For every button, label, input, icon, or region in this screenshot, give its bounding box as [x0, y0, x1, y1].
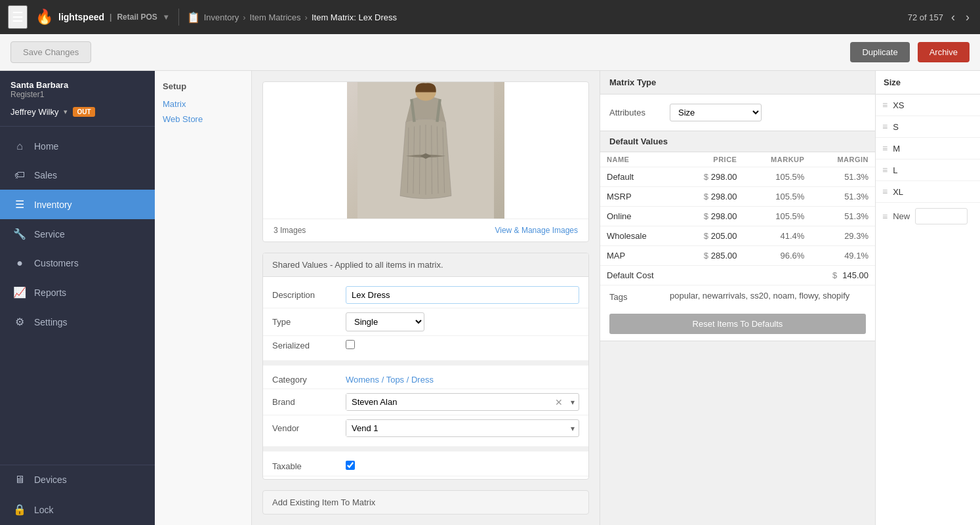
- size-new-handle: ≡: [882, 211, 888, 222]
- save-changes-button[interactable]: Save Changes: [10, 41, 91, 63]
- brand-input[interactable]: [346, 394, 551, 410]
- size-label: XL: [893, 187, 903, 197]
- add-item-header: Add Existing Item To Matrix: [263, 491, 588, 514]
- description-input[interactable]: [346, 286, 579, 304]
- size-label: S: [893, 122, 899, 132]
- breadcrumb-inventory[interactable]: Inventory: [204, 12, 239, 22]
- vendor-chevron-icon[interactable]: ▾: [567, 424, 579, 433]
- customers-icon: ●: [13, 257, 26, 269]
- breadcrumb-item-matrices[interactable]: Item Matrices: [250, 12, 301, 22]
- brand-input-wrapper: ✕ ▾: [346, 393, 579, 411]
- logo-area: 🔥 lightspeed | Retail POS ▾: [35, 9, 179, 26]
- separator: [263, 360, 588, 366]
- size-header: Size: [876, 71, 980, 94]
- size-new-label: New: [893, 211, 910, 221]
- serialized-row: Serialized: [263, 336, 588, 355]
- size-item[interactable]: ≡ XL: [876, 181, 980, 203]
- sidebar-bottom: 🖥 Devices 🔒 Lock: [0, 465, 155, 525]
- sidebar-item-label: Inventory: [34, 200, 72, 210]
- inventory-icon: ☰: [13, 198, 26, 211]
- vendor-input[interactable]: [346, 420, 567, 436]
- right-area: Matrix Type Attributes Size Color Size &…: [600, 71, 875, 525]
- brand-row: Brand ✕ ▾: [263, 389, 588, 415]
- serialized-label: Serialized: [272, 341, 338, 350]
- size-handle-icon: ≡: [882, 143, 888, 154]
- sidebar-item-service[interactable]: 🔧 Service: [0, 219, 155, 249]
- brand-chevron-icon[interactable]: ▾: [567, 398, 579, 407]
- tags-label: Tags: [609, 291, 662, 302]
- category-link[interactable]: Womens / Tops / Dress: [346, 375, 434, 385]
- lock-label: Lock: [34, 505, 54, 515]
- setup-panel: Setup Matrix Web Store: [155, 71, 252, 525]
- col-margin: MARGIN: [811, 152, 875, 167]
- duplicate-button[interactable]: Duplicate: [850, 42, 909, 62]
- hamburger-button[interactable]: ☰: [8, 5, 28, 29]
- reports-icon: 📈: [13, 286, 26, 299]
- size-item[interactable]: ≡ XS: [876, 94, 980, 116]
- sidebar-item-label: Reports: [34, 287, 66, 298]
- setup-link-matrix[interactable]: Matrix: [163, 99, 243, 109]
- archive-button[interactable]: Archive: [918, 42, 970, 62]
- logo-dropdown-icon[interactable]: ▾: [164, 12, 168, 22]
- col-price: PRICE: [677, 152, 744, 167]
- user-row: Jeffrey Wilky ▾ OUT: [10, 107, 144, 117]
- size-new-input[interactable]: [915, 208, 968, 224]
- nav-items: ⌂ Home 🏷 Sales ☰ Inventory 🔧 Service ● C…: [0, 127, 155, 465]
- reset-items-button[interactable]: Reset Items To Defaults: [609, 314, 866, 334]
- taxable-label: Taxable: [272, 461, 338, 471]
- lock-button[interactable]: 🔒 Lock: [0, 494, 155, 525]
- manage-images-link[interactable]: View & Manage Images: [495, 226, 578, 235]
- attributes-row: Attributes Size Color Size & Color: [609, 101, 866, 124]
- serialized-checkbox[interactable]: [346, 340, 355, 349]
- table-row: MAP $ 285.00 96.6% 49.1%: [600, 246, 875, 266]
- size-handle-icon: ≡: [882, 121, 888, 132]
- product-image[interactable]: [347, 82, 504, 219]
- center-area: 3 Images View & Manage Images Shared Val…: [252, 71, 600, 525]
- sidebar-item-inventory[interactable]: ☰ Inventory: [0, 190, 155, 219]
- size-new-row: ≡ New: [876, 203, 980, 230]
- sidebar-item-reports[interactable]: 📈 Reports: [0, 278, 155, 307]
- tags-value: popular, newarrivals, ss20, noam, flowy,…: [670, 291, 849, 301]
- sidebar-item-label: Sales: [34, 170, 57, 180]
- sidebar-item-label: Devices: [34, 474, 67, 485]
- setup-link-webstore[interactable]: Web Store: [163, 114, 243, 124]
- sidebar-item-sales[interactable]: 🏷 Sales: [0, 161, 155, 190]
- size-item[interactable]: ≡ M: [876, 138, 980, 159]
- pagination-label: 72 of 157: [908, 12, 943, 22]
- setup-title: Setup: [163, 81, 243, 91]
- brand-clear-icon[interactable]: ✕: [551, 397, 567, 408]
- logo-icon: 🔥: [35, 9, 53, 26]
- size-item[interactable]: ≡ S: [876, 116, 980, 138]
- add-existing-item-section: Add Existing Item To Matrix: [262, 490, 589, 514]
- image-footer: 3 Images View & Manage Images: [263, 219, 588, 242]
- tax-form: Taxable Tax Class Item Non-Taxable: [263, 452, 588, 480]
- sidebar-item-devices[interactable]: 🖥 Devices: [0, 465, 155, 494]
- sidebar-item-customers[interactable]: ● Customers: [0, 249, 155, 278]
- size-item[interactable]: ≡ L: [876, 159, 980, 181]
- table-row: Default $ 298.00 105.5% 51.3%: [600, 167, 875, 187]
- col-name: NAME: [600, 152, 677, 167]
- default-values-table: NAME PRICE MARKUP MARGIN Default $ 298.0…: [600, 152, 875, 265]
- user-status-badge: OUT: [73, 107, 94, 117]
- breadcrumb: 📋 Inventory › Item Matrices › Item Matri…: [187, 11, 900, 24]
- user-chevron-icon[interactable]: ▾: [64, 108, 68, 116]
- sidebar-item-home[interactable]: ⌂ Home: [0, 132, 155, 161]
- size-label: L: [893, 165, 897, 175]
- taxable-checkbox[interactable]: [346, 461, 355, 470]
- home-icon: ⌂: [13, 140, 26, 152]
- nav-prev-button[interactable]: ‹: [949, 8, 958, 27]
- default-cost-currency: $: [832, 270, 837, 280]
- table-row: Online $ 298.00 105.5% 51.3%: [600, 207, 875, 226]
- type-label: Type: [272, 317, 338, 327]
- logo-text: lightspeed: [58, 12, 104, 22]
- size-list: ≡ XS ≡ S ≡ M ≡ L ≡ XL: [876, 94, 980, 203]
- service-icon: 🔧: [13, 228, 26, 240]
- description-row: Description: [263, 282, 588, 308]
- type-select[interactable]: Single Bundle Non-Inventory: [346, 312, 424, 331]
- sidebar-item-label: Customers: [34, 258, 79, 268]
- sidebar-item-settings[interactable]: ⚙ Settings: [0, 307, 155, 337]
- attributes-select[interactable]: Size Color Size & Color: [670, 104, 762, 121]
- nav-next-button[interactable]: ›: [963, 8, 972, 27]
- sidebar-item-label: Service: [34, 229, 65, 240]
- taxable-row: Taxable: [263, 457, 588, 476]
